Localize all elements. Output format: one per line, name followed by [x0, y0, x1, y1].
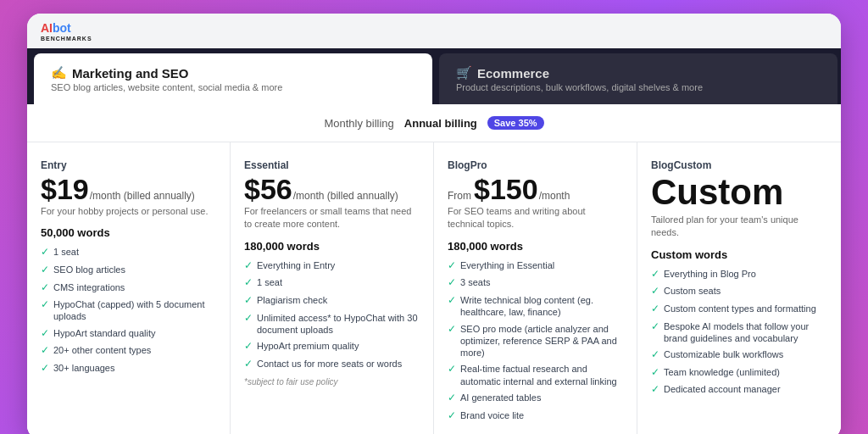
tab-ecommerce[interactable]: 🛒 Ecommerce Product descriptions, bulk w… [439, 53, 837, 104]
check-icon: ✓ [651, 303, 659, 316]
list-item: ✓Bespoke AI models that follow your bran… [651, 320, 827, 345]
check-icon: ✓ [651, 383, 659, 397]
save-badge: Save 35% [487, 116, 544, 130]
plan-essential-price: $56 /month (billed annually) [244, 175, 420, 203]
list-item: ✓Everything in Essential [448, 259, 623, 273]
tab-ecommerce-title: 🛒 Ecommerce [456, 65, 549, 81]
list-item: ✓Contact us for more seats or words [244, 358, 420, 371]
category-tabs: ✍️ Marketing and SEO SEO blog articles, … [27, 48, 841, 104]
list-item: ✓1 seat [244, 276, 420, 290]
check-icon: ✓ [448, 276, 456, 290]
check-icon: ✓ [448, 392, 456, 405]
entry-price-period: /month (billed annually) [90, 190, 195, 202]
list-item: ✓AI generated tables [448, 392, 623, 405]
check-icon: ✓ [41, 298, 49, 312]
plan-blogcustom: BlogCustom Custom Tailored plan for your… [637, 142, 841, 434]
plan-blogpro: BlogPro From $150 /month For SEO teams a… [434, 142, 637, 434]
list-item: ✓1 seat [41, 246, 216, 259]
entry-desc: For your hobby projects or personal use. [41, 205, 216, 218]
check-icon: ✓ [448, 294, 456, 308]
logo-bot: bot [53, 21, 71, 35]
list-item: ✓3 seats [448, 276, 623, 290]
logo-sub: BENCHMARKS [41, 36, 92, 42]
check-icon: ✓ [651, 348, 659, 362]
list-item: ✓Custom seats [651, 285, 827, 298]
annual-billing-label[interactable]: Annual billing [404, 117, 477, 130]
list-item: ✓Custom content types and formatting [651, 303, 827, 316]
check-icon: ✓ [651, 366, 659, 380]
check-icon: ✓ [651, 320, 659, 334]
plan-entry: Entry $19 /month (billed annually) For y… [27, 142, 231, 434]
blogpro-price-amount: $150 [474, 175, 538, 203]
blogpro-words: 180,000 words [448, 240, 623, 253]
check-icon: ✓ [41, 362, 49, 376]
list-item: ✓Unlimited access* to HypoChat with 30 d… [244, 312, 420, 337]
logo-bar: AIbot BENCHMARKS [27, 14, 841, 48]
check-icon: ✓ [244, 340, 253, 353]
list-item: ✓Plagiarism check [244, 294, 420, 308]
list-item: ✓Customizable bulk workflows [651, 348, 827, 362]
tab-marketing[interactable]: ✍️ Marketing and SEO SEO blog articles, … [34, 53, 432, 104]
list-item: ✓Team knowledge (unlimited) [651, 366, 827, 380]
check-icon: ✓ [244, 276, 253, 290]
list-item: ✓HypoChat (capped) with 5 document uploa… [41, 298, 216, 323]
list-item: ✓Dedicated account manager [651, 383, 827, 397]
plan-essential-name: Essential [244, 159, 420, 171]
check-icon: ✓ [41, 246, 49, 259]
plan-blogpro-name: BlogPro [448, 159, 623, 171]
check-icon: ✓ [448, 323, 456, 337]
list-item: ✓30+ languages [41, 362, 216, 376]
check-icon: ✓ [448, 409, 456, 423]
list-item: ✓Real-time factual research and automati… [448, 363, 623, 387]
check-icon: ✓ [41, 264, 49, 277]
pricing-grid: Entry $19 /month (billed annually) For y… [27, 142, 841, 434]
list-item: ✓Write technical blog content (eg. healt… [448, 294, 623, 319]
list-item: ✓20+ other content types [41, 344, 216, 358]
plan-blogcustom-name: BlogCustom [651, 159, 827, 171]
blogcustom-features: ✓Everything in Blog Pro ✓Custom seats ✓C… [651, 268, 827, 397]
plan-blogpro-price: From $150 /month [448, 175, 623, 203]
list-item: ✓SEO blog articles [41, 264, 216, 277]
ecommerce-icon: 🛒 [456, 65, 472, 81]
list-item: ✓Brand voice lite [448, 409, 623, 423]
check-icon: ✓ [41, 281, 49, 295]
logo-ai: AI [41, 21, 53, 35]
blogcustom-price-amount: Custom [651, 175, 827, 210]
check-icon: ✓ [244, 312, 253, 326]
list-item: ✓SEO pro mode (article analyzer and opti… [448, 323, 623, 359]
check-icon: ✓ [651, 285, 659, 298]
logo: AIbot BENCHMARKS [41, 20, 92, 42]
blogpro-desc: For SEO teams and writing about technica… [448, 205, 623, 231]
check-icon: ✓ [244, 358, 253, 371]
billing-toggle: Monthly billing Annual billing Save 35% [27, 104, 841, 142]
essential-features: ✓Everything in Entry ✓1 seat ✓Plagiarism… [244, 259, 420, 371]
essential-note: *subject to fair use policy [244, 377, 420, 387]
tab-ecommerce-sub: Product descriptions, bulk workflows, di… [456, 82, 703, 92]
essential-words: 180,000 words [244, 240, 420, 253]
entry-words: 50,000 words [41, 226, 216, 239]
tab-marketing-sub: SEO blog articles, website content, soci… [51, 82, 282, 92]
list-item: ✓HypoArt standard quality [41, 327, 216, 341]
check-icon: ✓ [41, 327, 49, 341]
check-icon: ✓ [448, 259, 456, 273]
tab-marketing-title: ✍️ Marketing and SEO [51, 65, 189, 81]
blogpro-price-period: /month [539, 190, 570, 202]
check-icon: ✓ [41, 344, 49, 358]
essential-price-amount: $56 [244, 175, 292, 203]
essential-desc: For freelancers or small teams that need… [244, 205, 420, 231]
check-icon: ✓ [244, 294, 253, 308]
monthly-billing-label[interactable]: Monthly billing [324, 117, 393, 130]
list-item: ✓Everything in Entry [244, 259, 420, 273]
plan-entry-name: Entry [41, 159, 216, 171]
blogpro-features: ✓Everything in Essential ✓3 seats ✓Write… [448, 259, 623, 422]
check-icon: ✓ [448, 363, 456, 376]
blogcustom-words: Custom words [651, 248, 827, 261]
check-icon: ✓ [651, 268, 659, 281]
list-item: ✓Everything in Blog Pro [651, 268, 827, 281]
marketing-icon: ✍️ [51, 65, 67, 81]
check-icon: ✓ [244, 259, 253, 273]
plan-essential: Essential $56 /month (billed annually) F… [231, 142, 434, 434]
plan-entry-price: $19 /month (billed annually) [41, 175, 216, 203]
blogcustom-desc: Tailored plan for your team's unique nee… [651, 214, 827, 240]
list-item: ✓HypoArt premium quality [244, 340, 420, 353]
